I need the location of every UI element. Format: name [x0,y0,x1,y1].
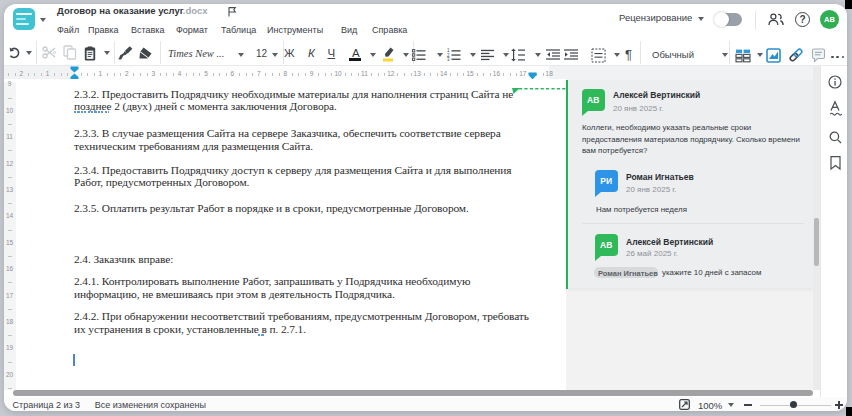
svg-text:3: 3 [447,57,450,62]
